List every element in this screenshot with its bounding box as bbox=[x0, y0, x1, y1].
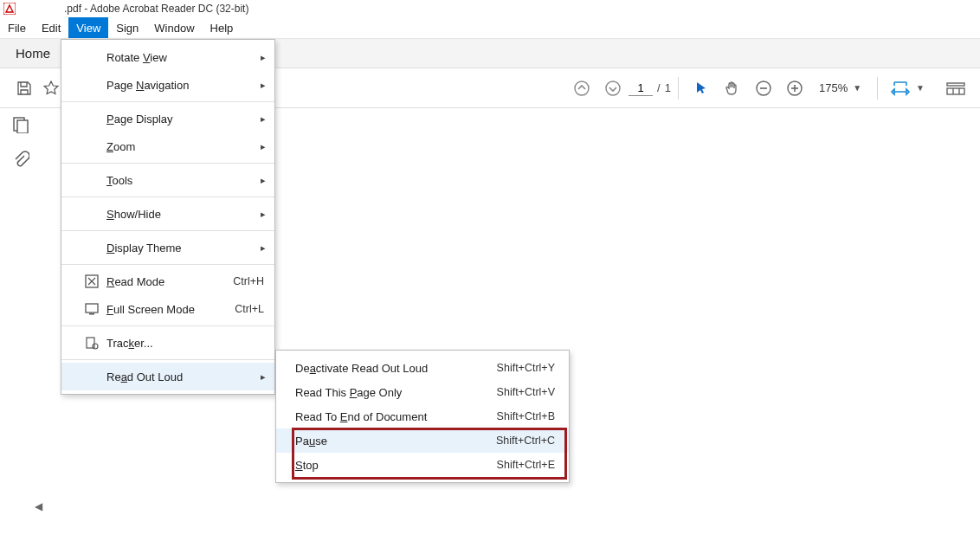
menu-separator bbox=[61, 264, 274, 265]
layout-icon[interactable] bbox=[940, 73, 971, 104]
submenu-stop[interactable]: StopShift+Ctrl+E bbox=[276, 453, 569, 477]
divider bbox=[678, 77, 679, 100]
read-out-loud-submenu: Deactivate Read Out LoudShift+Ctrl+Y Rea… bbox=[275, 350, 570, 483]
submenu-read-end[interactable]: Read To End of DocumentShift+Ctrl+B bbox=[276, 404, 569, 428]
svg-point-1 bbox=[575, 81, 589, 95]
menu-read-out-loud[interactable]: Read Out Loud bbox=[61, 363, 274, 390]
window-title: .pdf - Adobe Acrobat Reader DC (32-bit) bbox=[64, 3, 248, 15]
page-number-input[interactable] bbox=[629, 81, 653, 96]
star-icon[interactable] bbox=[42, 73, 61, 104]
save-icon[interactable] bbox=[9, 73, 40, 104]
menu-show-hide[interactable]: Show/Hide bbox=[61, 200, 274, 228]
divider bbox=[877, 77, 878, 100]
submenu-deactivate[interactable]: Deactivate Read Out LoudShift+Ctrl+Y bbox=[276, 356, 569, 380]
thumbnails-icon[interactable] bbox=[11, 115, 30, 134]
tab-home[interactable]: Home bbox=[0, 39, 66, 68]
svg-point-18 bbox=[93, 344, 98, 349]
menu-separator bbox=[61, 325, 274, 326]
submenu-read-page[interactable]: Read This Page OnlyShift+Ctrl+V bbox=[276, 380, 569, 404]
menu-view[interactable]: View bbox=[68, 17, 108, 38]
read-mode-icon bbox=[84, 274, 100, 289]
sidebar bbox=[0, 108, 42, 169]
menu-read-mode[interactable]: Read ModeCtrl+H bbox=[61, 267, 274, 295]
menu-window[interactable]: Window bbox=[146, 17, 202, 38]
menu-separator bbox=[61, 163, 274, 164]
svg-rect-15 bbox=[86, 304, 98, 312]
menu-file[interactable]: File bbox=[0, 17, 34, 38]
svg-rect-16 bbox=[89, 313, 94, 315]
menu-help[interactable]: Help bbox=[203, 17, 242, 38]
svg-rect-13 bbox=[17, 120, 28, 133]
attachments-icon[interactable] bbox=[11, 150, 30, 169]
page-total: 1 bbox=[665, 81, 671, 94]
menu-separator bbox=[61, 230, 274, 231]
tracker-icon bbox=[84, 335, 100, 351]
menu-tools[interactable]: Tools bbox=[61, 166, 274, 194]
view-menu-dropdown: Rotate View Page Navigation Page Display… bbox=[61, 39, 275, 395]
svg-point-2 bbox=[606, 81, 620, 95]
menu-sign[interactable]: Sign bbox=[108, 17, 146, 38]
menu-edit[interactable]: Edit bbox=[34, 17, 68, 38]
menu-full-screen[interactable]: Full Screen ModeCtrl+L bbox=[61, 295, 274, 323]
sidebar-collapse-icon[interactable]: ◀ bbox=[35, 500, 42, 512]
svg-rect-9 bbox=[947, 88, 964, 94]
svg-rect-17 bbox=[87, 338, 94, 348]
page-separator: / bbox=[657, 81, 661, 94]
menu-zoom[interactable]: Zoom bbox=[61, 132, 274, 160]
zoom-caret-icon[interactable]: ▼ bbox=[853, 83, 861, 93]
zoom-in-icon[interactable] bbox=[779, 73, 810, 104]
fullscreen-icon bbox=[84, 301, 100, 317]
svg-rect-8 bbox=[947, 83, 964, 86]
menu-display-theme[interactable]: Display Theme bbox=[61, 234, 274, 261]
title-bar: .pdf - Adobe Acrobat Reader DC (32-bit) bbox=[0, 0, 980, 17]
menu-page-navigation[interactable]: Page Navigation bbox=[61, 71, 274, 99]
menu-tracker[interactable]: Tracker... bbox=[61, 329, 274, 357]
menu-separator bbox=[61, 101, 274, 102]
menu-page-display[interactable]: Page Display bbox=[61, 105, 274, 132]
menubar: File Edit View Sign Window Help bbox=[0, 17, 980, 39]
menu-rotate-view[interactable]: Rotate View bbox=[61, 43, 274, 71]
submenu-pause[interactable]: PauseShift+Ctrl+C bbox=[276, 428, 569, 453]
page-up-icon[interactable] bbox=[566, 73, 597, 104]
page-down-icon[interactable] bbox=[597, 73, 629, 104]
zoom-value[interactable]: 175% bbox=[819, 81, 848, 94]
pointer-icon[interactable] bbox=[686, 73, 717, 104]
app-icon bbox=[3, 3, 16, 15]
menu-separator bbox=[61, 359, 274, 360]
zoom-out-icon[interactable] bbox=[748, 73, 779, 104]
hand-icon[interactable] bbox=[717, 73, 748, 104]
menu-separator bbox=[61, 196, 274, 197]
fit-width-icon[interactable] bbox=[885, 73, 916, 104]
fit-caret-icon[interactable]: ▼ bbox=[916, 83, 925, 93]
